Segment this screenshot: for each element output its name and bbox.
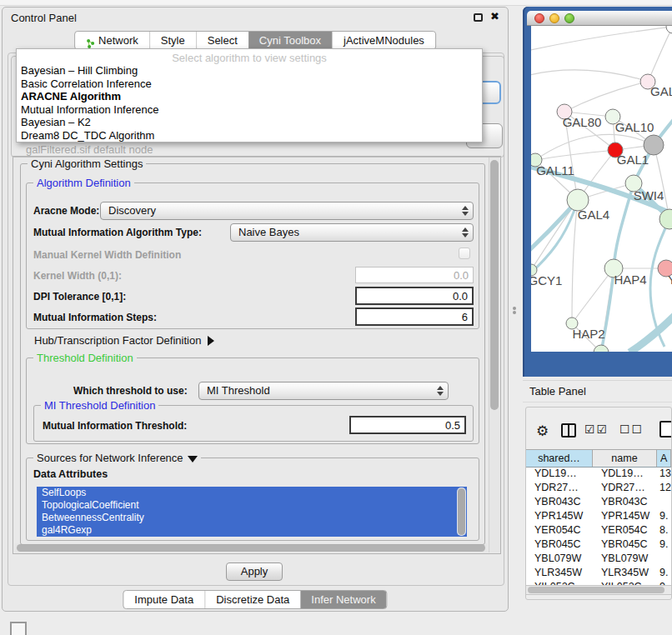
algorithm-option[interactable]: Mutual Information Inference [17, 103, 482, 117]
network-edge[interactable] [531, 70, 648, 82]
table-cell [657, 496, 671, 510]
expander-arrow-icon [208, 336, 214, 346]
which-threshold-select[interactable]: MI Threshold [198, 382, 449, 400]
table-cell: YBR045C [526, 538, 593, 552]
data-attribute-item[interactable]: TopologicalCoefficient [37, 499, 467, 512]
table-panel: shared… name A YDL19…YDL19…13YDR27…YDR27… [525, 407, 672, 600]
window-title: Control Panel [11, 12, 77, 24]
select-all-columns-icon[interactable] [584, 422, 609, 436]
tab-network-label: Network [98, 32, 138, 49]
tab-discretize-data[interactable]: Discretize Data [204, 591, 300, 608]
float-window-icon[interactable] [474, 13, 483, 22]
table-row[interactable]: YBR045CYBR045C9. [526, 538, 671, 552]
hub-definition-expander[interactable]: Hub/Transcription Factor Definition [34, 334, 214, 347]
settings-vertical-scrollbar[interactable] [489, 158, 499, 552]
network-edge[interactable] [648, 27, 672, 82]
cyni-algorithm-settings-group: Cyni Algorithm Settings Algorithm Defini… [20, 163, 485, 545]
aracne-mode-select[interactable]: Discovery [100, 202, 474, 220]
network-node-label: GAL80 [563, 115, 602, 129]
table-cell: YBL079W [593, 552, 657, 567]
which-threshold-value: MI Threshold [207, 384, 270, 397]
minimized-panel-icon[interactable] [10, 622, 27, 635]
dpi-tolerance-input[interactable]: 0.0 [355, 287, 474, 305]
manual-kernel-label: Manual Kernel Width Definition [33, 249, 181, 261]
tab-style[interactable]: Style [149, 32, 196, 49]
top-strip [0, 0, 672, 6]
minimize-traffic-light-icon[interactable] [549, 13, 559, 23]
network-edge[interactable] [535, 150, 615, 160]
network-node-label: GAL [650, 84, 672, 98]
aracne-mode-value: Discovery [108, 204, 156, 217]
tab-infer-network[interactable]: Infer Network [300, 591, 386, 608]
deselect-all-columns-icon[interactable] [619, 422, 644, 436]
table-row[interactable]: YLR345WYLR345W9. [526, 567, 671, 581]
tab-network[interactable]: Network [75, 32, 149, 49]
column-header-partial[interactable]: A [657, 450, 671, 467]
close-traffic-light-icon[interactable] [534, 13, 544, 23]
table-row[interactable]: YBL079WYBL079W [526, 552, 671, 567]
table-toolbar [526, 408, 671, 449]
network-node-label: GAL11 [536, 163, 574, 178]
apply-button[interactable]: Apply [226, 562, 283, 581]
table-horizontal-scrollbar[interactable] [526, 585, 671, 595]
scrollbar-thumb[interactable] [458, 488, 465, 535]
network-node-label: GAL4 [578, 208, 609, 222]
kernel-width-input[interactable]: 0.0 [355, 267, 474, 283]
threshold-definition-title: Threshold Definition [33, 352, 137, 364]
network-edge-highlighted[interactable] [629, 313, 672, 352]
column-header-shared-name[interactable]: shared… [526, 450, 593, 467]
network-edge[interactable] [564, 82, 648, 112]
scrollbar-thumb[interactable] [17, 544, 485, 552]
algorithm-option[interactable]: Bayesian – Hill Climbing [17, 64, 482, 78]
table-cell: YPR145W [526, 510, 593, 524]
table-cell: YBR045C [593, 538, 657, 552]
table-row[interactable]: YER054CYER054C8. [526, 524, 671, 538]
table-row[interactable]: YBR043CYBR043C [526, 496, 671, 510]
cyni-settings-group-title: Cyni Algorithm Settings [28, 158, 146, 170]
sources-group-title[interactable]: Sources for Network Inference [33, 452, 201, 464]
table-row[interactable]: YPR145WYPR145W9. [526, 510, 671, 524]
screen: Control Panel Network Style Select Cyni … [0, 0, 672, 635]
table-cell: YBR043C [526, 496, 593, 510]
column-header-name[interactable]: name [593, 450, 657, 467]
table-row[interactable]: YDL19…YDL19…13 [526, 468, 671, 482]
data-attributes-list[interactable]: SelfLoopsTopologicalCoefficientBetweenne… [37, 487, 467, 537]
zoom-traffic-light-icon[interactable] [564, 13, 574, 23]
algorithm-option[interactable]: ARACNE Algorithm [17, 90, 482, 103]
algorithm-option[interactable]: Dream8 DC_TDC Algorithm [17, 129, 482, 142]
scrollbar-thumb[interactable] [528, 587, 664, 593]
gear-icon[interactable] [536, 422, 549, 440]
data-attribute-item[interactable]: SelfLoops [37, 487, 467, 499]
mi-type-select[interactable]: Naive Bayes [230, 223, 474, 242]
manual-kernel-checkbox[interactable] [459, 248, 470, 259]
table-cell: YDL19… [526, 468, 593, 482]
tab-impute-data[interactable]: Impute Data [123, 591, 204, 608]
table-cell [657, 552, 671, 567]
network-edge-highlighted[interactable] [531, 200, 578, 276]
network-canvas[interactable]: GALGAL80GAL10GAL1GAL11SWI4GAL4GCY1HAP4YH… [531, 26, 672, 352]
algorithm-option[interactable]: Basic Correlation Inference [17, 78, 482, 91]
tab-cyni-toolbox[interactable]: Cyni Toolbox [248, 32, 332, 49]
tab-jactivemnodules[interactable]: jActiveMNodules [332, 32, 435, 49]
network-icon [86, 36, 95, 46]
table-row[interactable]: YDR27…YDR27…12 [526, 482, 671, 496]
list-vertical-scrollbar[interactable] [457, 488, 466, 536]
data-attribute-item[interactable]: BetweennessCentrality [37, 512, 467, 524]
data-attribute-item[interactable]: gal4RGexp [37, 524, 467, 537]
tab-select[interactable]: Select [196, 32, 248, 49]
network-node[interactable] [594, 345, 609, 352]
mi-steps-input[interactable]: 6 [355, 308, 474, 326]
algorithm-option[interactable]: Bayesian – K2 [17, 116, 482, 129]
network-node[interactable] [666, 26, 672, 33]
network-view-window: GALGAL80GAL10GAL1GAL11SWI4GAL4GCY1HAP4YH… [523, 7, 672, 377]
table-cell: YDR27… [593, 482, 657, 496]
network-window-titlebar[interactable] [527, 11, 672, 26]
scrollbar-thumb[interactable] [490, 160, 499, 410]
close-icon[interactable] [490, 10, 499, 22]
new-table-icon[interactable] [659, 421, 672, 438]
network-edge[interactable] [531, 27, 672, 51]
table-cell: YPR145W [593, 510, 657, 524]
split-columns-icon[interactable] [561, 423, 576, 438]
mi-threshold-input[interactable]: 0.5 [349, 416, 466, 434]
splitter-grip[interactable] [513, 307, 516, 314]
